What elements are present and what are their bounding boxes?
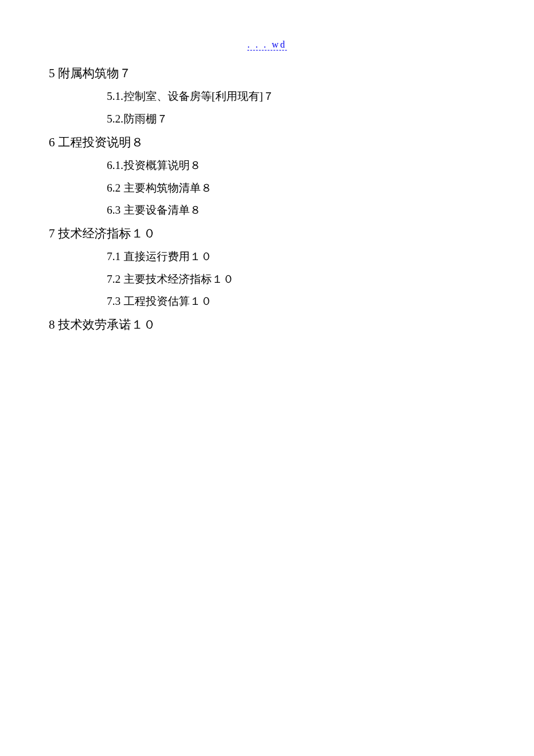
- toc-sub-5-1: 5.1.控制室、设备房等[利用现有]７: [49, 89, 485, 105]
- toc-section-5: 5 附属构筑物７ 5.1.控制室、设备房等[利用现有]７ 5.2.防雨棚７: [49, 65, 485, 127]
- toc-content: 5 附属构筑物７ 5.1.控制室、设备房等[利用现有]７ 5.2.防雨棚７ 6 …: [49, 65, 485, 337]
- toc-main-8: 8 技术效劳承诺１０: [49, 316, 485, 333]
- toc-sub-7-3: 7.3 工程投资估算１０: [49, 294, 485, 309]
- toc-main-7: 7 技术经济指标１０: [49, 225, 485, 242]
- toc-sub-6-2: 6.2 主要构筑物清单８: [49, 181, 485, 196]
- toc-sub-6-3: 6.3 主要设备清单８: [49, 203, 485, 218]
- toc-sub-6-1: 6.1.投资概算说明８: [49, 158, 485, 174]
- toc-section-7: 7 技术经济指标１０ 7.1 直接运行费用１０ 7.2 主要技术经济指标１０ 7…: [49, 225, 485, 309]
- toc-main-6: 6 工程投资说明８: [49, 134, 485, 151]
- header-link: . . . wd: [247, 39, 287, 50]
- toc-sub-7-1: 7.1 直接运行费用１０: [49, 249, 485, 265]
- toc-section-6: 6 工程投资说明８ 6.1.投资概算说明８ 6.2 主要构筑物清单８ 6.3 主…: [49, 134, 485, 218]
- toc-section-8: 8 技术效劳承诺１０: [49, 316, 485, 333]
- toc-sub-5-2: 5.2.防雨棚７: [49, 111, 485, 127]
- toc-main-5: 5 附属构筑物７: [49, 65, 485, 82]
- wd-link[interactable]: . . . wd: [247, 39, 287, 51]
- toc-sub-7-2: 7.2 主要技术经济指标１０: [49, 272, 485, 287]
